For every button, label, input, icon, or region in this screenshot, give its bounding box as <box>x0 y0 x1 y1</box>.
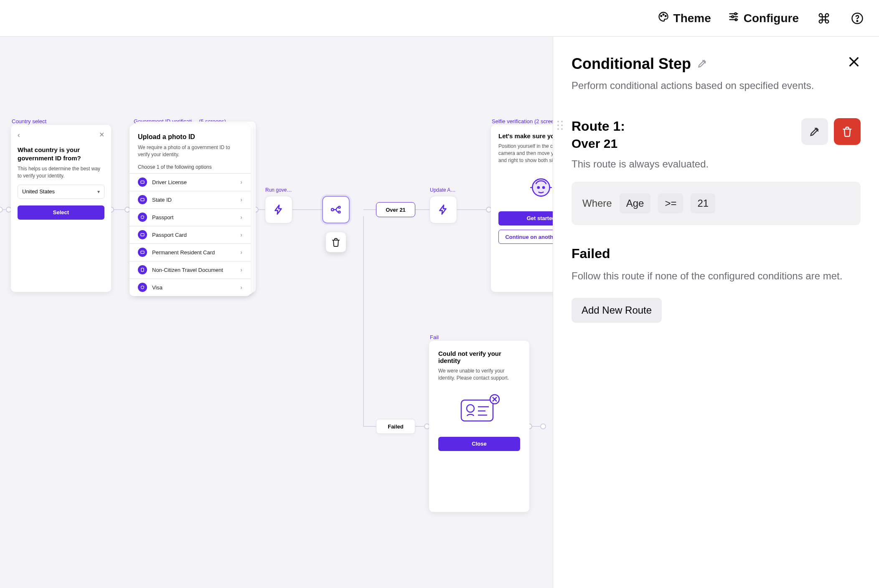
document-icon <box>138 265 147 274</box>
country-dropdown[interactable]: United States ▾ <box>18 185 104 199</box>
top-bar: Theme Configure <box>0 0 879 37</box>
gov-id-option[interactable]: Passport Card› <box>130 226 251 243</box>
svg-point-2 <box>665 15 666 17</box>
command-icon <box>818 12 830 25</box>
node-update-fields[interactable]: Update Account Fields fr… <box>429 196 457 223</box>
chevron-right-icon: › <box>240 179 242 185</box>
card-gov-id-stack[interactable]: Upload a photo ID We require a photo of … <box>130 125 251 296</box>
svg-rect-21 <box>141 251 144 253</box>
drag-handle[interactable] <box>557 121 566 133</box>
sliders-icon <box>728 11 739 25</box>
gov-id-option[interactable]: Passport› <box>130 208 251 226</box>
id-card-icon <box>138 177 147 187</box>
where-label: Where <box>582 198 612 209</box>
close-icon[interactable]: ✕ <box>99 131 104 139</box>
panel-title: Conditional Step <box>572 55 691 73</box>
route-1-label: Route 1: <box>572 118 625 134</box>
palette-icon <box>658 11 669 25</box>
route-1-note: This route is always evaluated. <box>572 158 861 170</box>
selfie-continue-button[interactable]: Continue on another device <box>498 230 553 244</box>
svg-rect-18 <box>141 198 144 201</box>
theme-label: Theme <box>673 12 711 25</box>
condition-value[interactable]: 21 <box>691 193 715 213</box>
svg-rect-17 <box>141 181 144 183</box>
gov-id-option[interactable]: Permanent Resident Card› <box>130 243 251 261</box>
node-label-country-select: Country select <box>12 118 46 124</box>
gov-id-choose: Choose 1 of the following options <box>138 164 242 170</box>
help-icon <box>851 12 864 25</box>
chevron-right-icon: › <box>240 284 242 291</box>
svg-point-7 <box>857 20 858 22</box>
gov-id-option[interactable]: State ID› <box>130 191 251 208</box>
edit-title-icon[interactable] <box>697 55 708 73</box>
id-card-icon <box>138 195 147 204</box>
delete-node-button[interactable] <box>326 232 346 252</box>
node-label: Update Account Fields fr… <box>430 187 457 193</box>
edit-route-button[interactable] <box>801 118 828 145</box>
node-run-gov-id[interactable]: Run government ID verifi… <box>265 196 292 223</box>
node-label-fail: Fail <box>430 334 439 340</box>
svg-point-0 <box>661 15 662 17</box>
option-label: Passport <box>152 214 173 220</box>
failed-title: Failed <box>572 246 861 261</box>
chevron-right-icon: › <box>240 214 242 220</box>
option-label: State ID <box>152 197 172 203</box>
country-select-button[interactable]: Select <box>18 205 104 220</box>
panel-subtitle: Perform conditional actions based on spe… <box>572 79 861 93</box>
condition-field[interactable]: Age <box>620 193 651 213</box>
add-route-button[interactable]: Add New Route <box>572 298 662 323</box>
svg-point-25 <box>338 206 340 208</box>
svg-point-26 <box>338 211 340 213</box>
node-conditional[interactable] <box>322 196 350 223</box>
branch-icon <box>330 204 342 215</box>
side-panel: Conditional Step Perform conditional act… <box>553 37 879 588</box>
failed-block: Failed Follow this route if none of the … <box>572 246 861 323</box>
route-chip-failed[interactable]: Failed <box>376 419 415 434</box>
help-button[interactable] <box>849 10 866 27</box>
configure-button[interactable]: Configure <box>728 11 799 25</box>
card-gov-id[interactable]: Upload a photo ID We require a photo of … <box>130 125 251 296</box>
back-icon[interactable]: ‹ <box>18 131 20 139</box>
svg-point-1 <box>663 14 664 15</box>
lightning-icon <box>273 204 284 215</box>
theme-button[interactable]: Theme <box>658 11 711 25</box>
keyboard-shortcuts-button[interactable] <box>815 10 832 27</box>
gov-id-desc: We require a photo of a government ID to… <box>138 144 242 158</box>
option-label: Driver License <box>152 179 187 185</box>
route-chip-over21[interactable]: Over 21 <box>376 202 415 217</box>
face-illustration <box>526 173 553 202</box>
condition-operator[interactable]: >= <box>658 193 683 213</box>
selfie-desc: Position yourself in the center of the c… <box>498 143 553 164</box>
selfie-get-started-button[interactable]: Get started <box>498 211 553 226</box>
chevron-down-icon: ▾ <box>97 189 100 195</box>
port[interactable] <box>540 423 546 429</box>
flow-canvas[interactable]: Country select ‹ ✕ What country is your … <box>0 37 553 588</box>
trash-icon <box>841 126 853 137</box>
option-label: Passport Card <box>152 232 187 238</box>
panel-close-button[interactable] <box>847 55 861 70</box>
card-fail[interactable]: Could not verify your identity We were u… <box>429 341 529 512</box>
fail-desc: We were unable to verify your identity. … <box>438 368 520 382</box>
lightning-icon <box>438 204 449 215</box>
delete-route-button[interactable] <box>834 118 861 145</box>
panel-title-row: Conditional Step <box>572 55 861 73</box>
svg-point-19 <box>141 216 144 219</box>
id-card-icon <box>138 230 147 239</box>
gov-id-option[interactable]: Non-Citizen Travel Document› <box>130 261 251 279</box>
gov-id-option[interactable]: Driver License› <box>130 173 251 191</box>
fail-close-button[interactable]: Close <box>438 437 520 451</box>
gov-id-title: Upload a photo ID <box>138 133 242 141</box>
pencil-icon <box>809 126 821 137</box>
selfie-title: Let's make sure you're you <box>498 132 553 139</box>
gov-id-option[interactable]: Visa› <box>130 279 251 296</box>
fail-title: Could not verify your identity <box>438 350 520 364</box>
node-label: Run government ID verifi… <box>265 187 292 193</box>
node-label-selfie: Selfie verification (2 screens) <box>492 118 553 124</box>
option-label: Non-Citizen Travel Document <box>152 267 223 273</box>
chevron-right-icon: › <box>240 266 242 273</box>
port[interactable] <box>0 207 3 213</box>
option-label: Permanent Resident Card <box>152 249 215 256</box>
card-country-select[interactable]: ‹ ✕ What country is your government ID f… <box>11 125 111 292</box>
country-hint: This helps us determine the best way to … <box>18 165 104 180</box>
card-selfie[interactable]: Let's make sure you're you Position your… <box>491 125 553 292</box>
